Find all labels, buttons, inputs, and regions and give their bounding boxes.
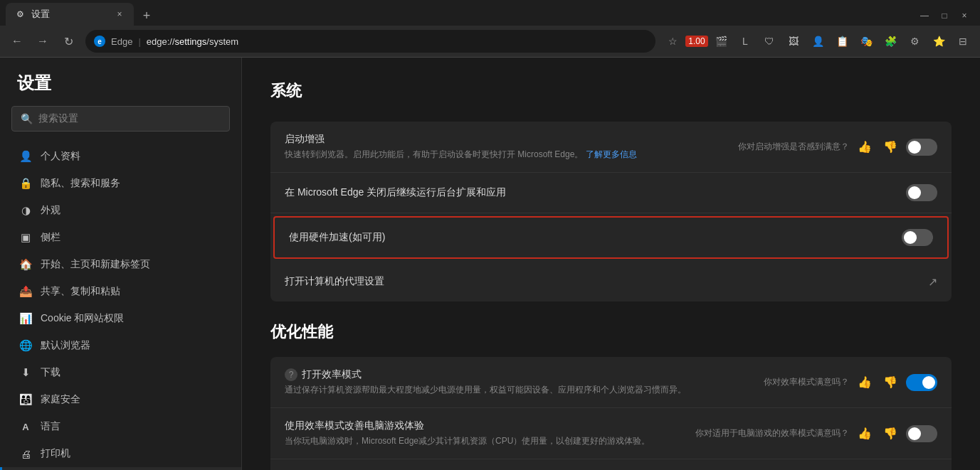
browser-essentials[interactable]: 🎭 xyxy=(855,30,878,53)
startup-boost-toggle[interactable] xyxy=(906,139,937,156)
minimize-button[interactable]: — xyxy=(915,6,934,26)
profile-icon: 👤 xyxy=(19,150,32,163)
proxy-settings-main: 打开计算机的代理设置 xyxy=(285,275,928,288)
new-tab-button[interactable]: + xyxy=(137,6,157,26)
read-aloud-icon[interactable]: 1.00 xyxy=(685,30,708,53)
address-edge-label: Edge xyxy=(111,36,132,47)
start-icon: 🏠 xyxy=(19,258,32,271)
proxy-external-link[interactable]: ↗ xyxy=(928,275,937,289)
gaming-mode-row: 使用效率模式改善电脑游戏体验 当你玩电脑游戏时，Microsoft Edge减少… xyxy=(270,408,952,459)
extensions-icon[interactable]: 🧩 xyxy=(879,30,902,53)
proxy-settings-title: 打开计算机的代理设置 xyxy=(285,275,928,288)
gaming-mode-toggle-knob xyxy=(908,427,921,440)
startup-boost-toggle-knob xyxy=(908,141,921,154)
favorites-icon[interactable]: ☆ xyxy=(661,30,684,53)
efficiency-thumbup[interactable]: 👍 xyxy=(855,373,875,392)
startup-thumbdown[interactable]: 👎 xyxy=(880,137,900,157)
collections-icon[interactable]: 🎬 xyxy=(710,30,732,53)
startup-boost-right: 你对启动增强是否感到满意？ 👍 👎 xyxy=(738,137,937,157)
close-button[interactable]: × xyxy=(954,6,974,26)
share-icon: 📤 xyxy=(19,285,32,298)
sidebar-item-sidebar[interactable]: ▣ 侧栏 xyxy=(0,224,241,251)
sidebar-item-system[interactable]: 🖥 系统和性能 xyxy=(0,467,241,470)
media-icon[interactable]: 🖼 xyxy=(782,30,805,53)
sidebar-item-cookies[interactable]: 📊 Cookie 和网站权限 xyxy=(0,305,241,332)
hardware-accel-right xyxy=(902,229,933,246)
sidebar-toggle[interactable]: L xyxy=(734,30,757,53)
sidebar-item-default-browser[interactable]: 🌐 默认浏览器 xyxy=(0,332,241,359)
content-area: 系统 启动增强 快速转到浏览器。启用此功能后，有助于启动设备时更快打开 Micr… xyxy=(242,58,980,470)
efficiency-help-icon[interactable]: ? xyxy=(285,368,297,381)
main-layout: 设置 🔍 搜索设置 👤 个人资料 🔒 隐私、搜索和服务 ◑ 外观 ▣ 侧栏 🏠 … xyxy=(0,58,980,470)
startup-boost-desc: 快速转到浏览器。启用此功能后，有助于启动设备时更快打开 Microsoft Ed… xyxy=(285,149,738,161)
startup-boost-link[interactable]: 了解更多信息 xyxy=(586,149,637,159)
tab-favicon: ⚙ xyxy=(14,9,26,20)
gaming-satisfaction: 你对适用于电脑游戏的效率模式满意吗？ xyxy=(695,427,849,439)
startup-boost-main: 启动增强 快速转到浏览器。启用此功能后，有助于启动设备时更快打开 Microso… xyxy=(285,133,738,161)
url-prefix: edge:// xyxy=(147,36,175,47)
background-run-row: 在 Microsoft Edge 关闭后继续运行后台扩展和应用 xyxy=(270,173,952,213)
hardware-accel-highlight: 使用硬件加速(如可用) xyxy=(273,216,949,259)
sidebar-item-label: 共享、复制和粘贴 xyxy=(41,285,120,298)
gaming-thumbdown[interactable]: 👎 xyxy=(880,424,900,444)
sidebar-item-language[interactable]: A 语言 xyxy=(0,413,241,440)
efficiency-mode-toggle[interactable] xyxy=(906,374,937,391)
background-run-toggle-knob xyxy=(908,186,921,199)
printer-icon: 🖨 xyxy=(19,447,32,460)
appearance-icon: ◑ xyxy=(19,204,32,217)
efficiency-mode-toggle-knob xyxy=(922,376,935,389)
refresh-button[interactable]: ↻ xyxy=(57,30,80,53)
background-run-toggle[interactable] xyxy=(906,184,937,201)
settings-more[interactable]: ⚙ xyxy=(903,30,926,53)
sidebar-item-label: 外观 xyxy=(41,204,60,217)
address-url: edge://settings/system xyxy=(147,36,238,47)
family-icon: 👨‍👩‍👧 xyxy=(19,393,32,406)
gaming-mode-right: 你对适用于电脑游戏的效率模式满意吗？ 👍 👎 xyxy=(695,424,937,444)
profiles-icon[interactable]: 👤 xyxy=(806,30,829,53)
url-middle: settings xyxy=(175,36,207,47)
browser-chrome: ⚙ 设置 × + — □ × ← → ↻ e Edge | edge://set… xyxy=(0,0,980,58)
address-bar[interactable]: e Edge | edge://settings/system xyxy=(85,30,655,53)
efficiency-satisfaction: 你对效率模式满意吗？ xyxy=(764,376,849,388)
privacy-icon: 🔒 xyxy=(19,177,32,190)
sidebar-item-label: 默认浏览器 xyxy=(41,339,90,352)
sidebar-item-appearance[interactable]: ◑ 外观 xyxy=(0,197,241,224)
add-to-favorites[interactable]: ⭐ xyxy=(927,30,950,53)
efficiency-mode-desc: 通过保存计算机资源帮助最大程度地减少电源使用量，权益可能因设备、应用程序和个人浏… xyxy=(285,384,764,396)
split-screen[interactable]: ⊟ xyxy=(952,30,974,53)
wallet-icon[interactable]: 🛡 xyxy=(758,30,781,53)
address-divider: | xyxy=(138,36,140,47)
sidebar-item-label: 语言 xyxy=(41,420,60,433)
search-box[interactable]: 🔍 搜索设置 xyxy=(11,106,230,132)
hardware-accel-toggle-knob xyxy=(904,231,917,244)
startup-thumbup[interactable]: 👍 xyxy=(855,137,875,157)
maximize-button[interactable]: □ xyxy=(934,6,954,26)
sidebar-item-label: 侧栏 xyxy=(41,231,60,244)
sidebar-item-family[interactable]: 👨‍👩‍👧 家庭安全 xyxy=(0,386,241,413)
sidebar-item-label: 开始、主页和新建标签页 xyxy=(41,258,150,271)
background-run-right xyxy=(906,184,937,201)
tab-close-button[interactable]: × xyxy=(114,9,125,20)
sidebar-item-privacy[interactable]: 🔒 隐私、搜索和服务 xyxy=(0,170,241,197)
sidebar-item-start[interactable]: 🏠 开始、主页和新建标签页 xyxy=(0,251,241,278)
sidebar-icon: ▣ xyxy=(19,231,32,244)
cookies-icon: 📊 xyxy=(19,312,32,325)
sidebar-item-share[interactable]: 📤 共享、复制和粘贴 xyxy=(0,278,241,305)
url-suffix: /system xyxy=(206,36,238,47)
tab-sleep-row: 使用标签页休眠功能节约资源 对睡眠标签页满意吗？ 👍 👎 xyxy=(270,459,952,470)
gaming-mode-toggle[interactable] xyxy=(906,425,937,442)
efficiency-thumbdown[interactable]: 👎 xyxy=(880,373,900,392)
hardware-accel-toggle[interactable] xyxy=(902,229,933,246)
startup-boost-title: 启动增强 xyxy=(285,133,738,146)
screenshot-icon[interactable]: 📋 xyxy=(831,30,853,53)
startup-boost-row: 启动增强 快速转到浏览器。启用此功能后，有助于启动设备时更快打开 Microso… xyxy=(270,122,952,173)
optimization-settings-card: ? 打开效率模式 通过保存计算机资源帮助最大程度地减少电源使用量，权益可能因设备… xyxy=(270,357,952,470)
sidebar-item-downloads[interactable]: ⬇ 下载 xyxy=(0,359,241,386)
back-button[interactable]: ← xyxy=(6,30,28,53)
active-tab[interactable]: ⚙ 设置 × xyxy=(6,3,134,26)
forward-button[interactable]: → xyxy=(31,30,54,53)
sidebar-item-printer[interactable]: 🖨 打印机 xyxy=(0,440,241,467)
search-input[interactable]: 搜索设置 xyxy=(38,112,78,125)
gaming-thumbup[interactable]: 👍 xyxy=(855,424,875,444)
sidebar-item-profile[interactable]: 👤 个人资料 xyxy=(0,143,241,170)
